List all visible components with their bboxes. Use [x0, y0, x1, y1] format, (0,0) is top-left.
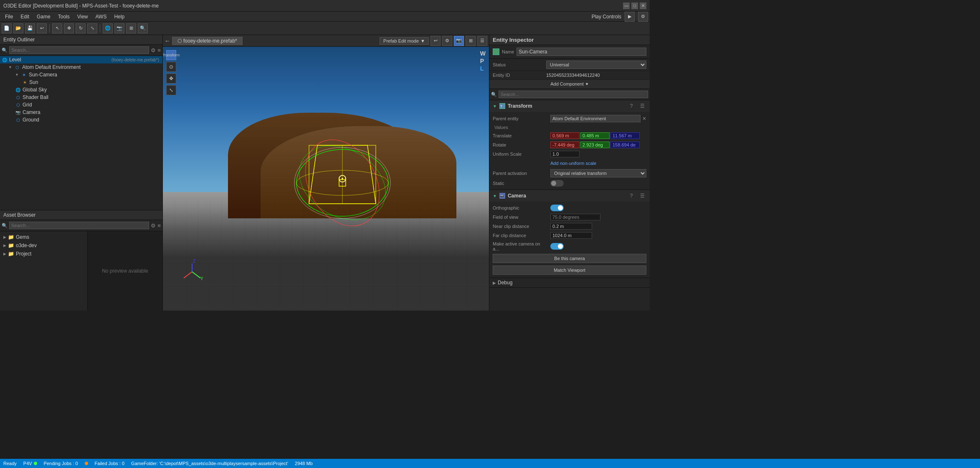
- translate-z-input[interactable]: [610, 132, 640, 139]
- rotate-z-input[interactable]: [610, 142, 640, 148]
- viewport-canvas[interactable]: Transform ⊙ ✥ ⤡ W P L Z: [163, 47, 489, 311]
- camera-menu-button[interactable]: ☰: [638, 192, 646, 200]
- vp-icon-btn-camera[interactable]: 📷: [454, 36, 464, 46]
- asset-tree-item-gems[interactable]: ▶ 📁 Gems: [2, 233, 86, 241]
- menu-aws[interactable]: AWS: [92, 13, 110, 20]
- outliner-filter-button[interactable]: ⚙: [151, 47, 156, 53]
- scale-button[interactable]: ⤡: [87, 23, 97, 33]
- far-clip-input[interactable]: [550, 232, 592, 239]
- camera-component-header[interactable]: ▼ 📷 Camera ? ☰: [489, 190, 650, 202]
- outliner-more-button[interactable]: ≡: [157, 47, 161, 53]
- shader-ball-action-2[interactable]: ·: [154, 95, 159, 100]
- match-viewport-button[interactable]: Match Viewport: [493, 266, 646, 275]
- outliner-item-shader-ball[interactable]: ⬡ Shader Ball · ·: [0, 94, 162, 101]
- world-button[interactable]: 🌐: [103, 23, 113, 33]
- ground-action-2[interactable]: ·: [154, 117, 159, 122]
- sun-action-2[interactable]: ·: [154, 80, 159, 85]
- camera-item-action-3[interactable]: ·: [154, 110, 159, 115]
- inspector-search-input[interactable]: [499, 91, 648, 98]
- settings-button[interactable]: ⚙: [638, 12, 648, 22]
- vp-icon-btn-2[interactable]: ⚙: [442, 36, 452, 46]
- outliner-item-ground[interactable]: ⬡ Ground · ·: [0, 116, 162, 124]
- asset-browser-search-input[interactable]: [9, 222, 149, 229]
- menu-game[interactable]: Game: [33, 13, 54, 20]
- asset-filter-button[interactable]: ⚙: [151, 223, 156, 229]
- near-clip-input[interactable]: [550, 223, 592, 230]
- viewport-tab-main[interactable]: ⬡ fooey-delete-me.prefab*: [172, 37, 243, 45]
- camera-item-action-2[interactable]: ·: [148, 110, 153, 115]
- sun-action-1[interactable]: ·: [148, 80, 153, 85]
- translate-y-input[interactable]: [580, 132, 610, 139]
- p-label[interactable]: P: [480, 58, 486, 64]
- back-button[interactable]: ←: [165, 38, 170, 44]
- parent-activation-select[interactable]: Original relative transform: [550, 169, 646, 177]
- l-label[interactable]: L: [480, 65, 486, 72]
- global-sky-action-2[interactable]: ·: [154, 87, 159, 92]
- rotate-y-input[interactable]: [580, 142, 610, 148]
- camera-button[interactable]: 📷: [114, 23, 124, 33]
- play-button[interactable]: ▶: [625, 12, 635, 22]
- outliner-item-global-sky[interactable]: 🌐 Global Sky · ·: [0, 86, 162, 94]
- add-component-button[interactable]: Add Component ✦: [489, 80, 650, 89]
- entity-name-input[interactable]: [517, 48, 646, 56]
- sun-camera-action-1[interactable]: 🎯: [142, 72, 147, 77]
- select-tool-button[interactable]: ⊙: [166, 62, 176, 72]
- outliner-item-camera[interactable]: 📷 Camera 🎯 · ·: [0, 109, 162, 116]
- orthographic-toggle[interactable]: [550, 205, 564, 211]
- menu-tools[interactable]: Tools: [55, 13, 73, 20]
- new-button[interactable]: 📄: [2, 23, 12, 33]
- asset-tree-item-project[interactable]: ▶ 📁 Project: [2, 250, 86, 258]
- undo-button[interactable]: ↩: [37, 23, 47, 33]
- static-toggle[interactable]: [550, 180, 564, 187]
- outliner-item-atom[interactable]: ▼ ⬡ Atom Default Environment · ·: [0, 63, 162, 71]
- grid-action-2[interactable]: ·: [154, 102, 159, 107]
- vp-icon-btn-3[interactable]: ⊞: [466, 36, 476, 46]
- global-sky-action-1[interactable]: ·: [148, 87, 153, 92]
- maximize-button[interactable]: □: [631, 3, 638, 9]
- prefab-mode-button[interactable]: Prefab Edit mode ▼: [380, 37, 429, 45]
- parent-entity-clear-button[interactable]: ✕: [642, 116, 646, 121]
- menu-help[interactable]: Help: [111, 13, 128, 20]
- expand-tool-button[interactable]: ⤡: [166, 85, 176, 95]
- w-label[interactable]: W: [480, 50, 486, 57]
- add-nonuniform-button[interactable]: Add non-uniform scale: [550, 160, 596, 167]
- minimize-button[interactable]: —: [623, 3, 630, 9]
- entity-outliner-search-input[interactable]: [9, 46, 149, 54]
- camera-help-button[interactable]: ?: [627, 192, 636, 200]
- sun-camera-action-3[interactable]: ·: [154, 72, 159, 77]
- outliner-item-sun-camera[interactable]: ▼ ☀ Sun-Camera 🎯 · ·: [0, 71, 162, 78]
- transform-menu-button[interactable]: ☰: [638, 102, 646, 110]
- camera-item-action-1[interactable]: 🎯: [142, 110, 147, 115]
- uniform-scale-input[interactable]: [550, 151, 580, 157]
- outliner-item-level[interactable]: 🌐 Level (fooey-delete-me.prefab*): [0, 56, 162, 63]
- transform-tool-button[interactable]: Transform: [166, 50, 176, 60]
- outliner-item-grid[interactable]: ⬡ Grid · ·: [0, 101, 162, 109]
- make-active-toggle[interactable]: [550, 243, 564, 250]
- transform-component-header[interactable]: ▼ T Transform ? ☰: [489, 100, 650, 112]
- sun-camera-action-2[interactable]: ·: [148, 72, 153, 77]
- move-button[interactable]: ✥: [64, 23, 74, 33]
- save-button[interactable]: 💾: [25, 23, 35, 33]
- asset-more-button[interactable]: ≡: [157, 223, 161, 229]
- menu-view[interactable]: View: [74, 13, 91, 20]
- asset-tree-item-o3de[interactable]: ▶ 📁 o3de-dev: [2, 241, 86, 250]
- atom-action-1[interactable]: ·: [148, 65, 153, 70]
- vp-icon-btn-1[interactable]: ↩: [430, 36, 441, 46]
- debug-header[interactable]: ▶ Debug: [489, 278, 650, 287]
- status-select[interactable]: Universal: [546, 61, 646, 69]
- close-button[interactable]: ✕: [640, 3, 646, 9]
- search-button[interactable]: 🔍: [138, 23, 148, 33]
- rotate-x-input[interactable]: [550, 142, 580, 148]
- translate-x-input[interactable]: [550, 132, 580, 139]
- outliner-item-sun[interactable]: ☀ Sun · ·: [0, 78, 162, 86]
- select-button[interactable]: ↖: [52, 23, 62, 33]
- menu-edit[interactable]: Edit: [17, 13, 33, 20]
- be-this-camera-button[interactable]: Be this camera: [493, 254, 646, 263]
- vp-icon-btn-4[interactable]: ☰: [477, 36, 487, 46]
- grid-action-1[interactable]: ·: [148, 102, 153, 107]
- rotate-button[interactable]: ↻: [76, 23, 86, 33]
- move-tool-button[interactable]: ✥: [166, 73, 176, 83]
- menu-file[interactable]: File: [2, 13, 16, 20]
- atom-action-2[interactable]: ·: [154, 65, 159, 70]
- parent-entity-input[interactable]: [550, 115, 641, 122]
